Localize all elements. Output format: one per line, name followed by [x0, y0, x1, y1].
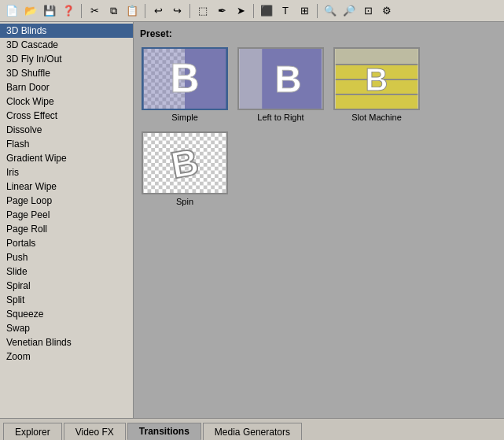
preset-label-spin: Spin — [176, 197, 193, 206]
preset-item-slot-machine[interactable]: B Slot Machine — [332, 46, 421, 124]
preset-item-left-to-right[interactable]: B Left to Right — [236, 46, 326, 124]
sidebar-item-push[interactable]: Push — [0, 250, 133, 264]
zoom-in-icon[interactable]: 🔍 — [322, 2, 339, 20]
sidebar-item-squeeze[interactable]: Squeeze — [0, 307, 133, 321]
sidebar-item-3d-fly-in/out[interactable]: 3D Fly In/Out — [0, 52, 133, 66]
zoom-out-icon[interactable]: 🔎 — [340, 2, 358, 20]
preset-thumb-slot-machine: B — [333, 47, 420, 110]
sidebar-item-gradient-wipe[interactable]: Gradient Wipe — [0, 151, 133, 165]
paste-icon[interactable]: 📋 — [123, 2, 141, 20]
sidebar-item-page-peel[interactable]: Page Peel — [0, 208, 133, 222]
sidebar-item-swap[interactable]: Swap — [0, 321, 133, 335]
sidebar-item-cross-effect[interactable]: Cross Effect — [0, 109, 133, 123]
preset-thumb-simple: B — [142, 47, 228, 110]
sidebar-item-flash[interactable]: Flash — [0, 137, 133, 151]
tab-explorer[interactable]: Explorer — [3, 423, 62, 440]
select-icon[interactable]: ⬛ — [258, 2, 275, 20]
sidebar-item-3d-blinds[interactable]: 3D Blinds — [0, 24, 133, 38]
new-icon[interactable]: 📄 — [3, 2, 20, 20]
sidebar-item-barn-door[interactable]: Barn Door — [0, 80, 133, 94]
preset-label-simple: Simple — [171, 113, 198, 122]
svg-text:B: B — [274, 58, 301, 100]
copy-icon[interactable]: ⧉ — [105, 2, 122, 20]
save-icon[interactable]: 💾 — [41, 2, 58, 20]
text-icon[interactable]: T — [277, 2, 294, 20]
svg-text:B: B — [170, 56, 199, 101]
sep2 — [145, 4, 145, 18]
preset-item-simple[interactable]: B Simple — [140, 46, 230, 124]
sidebar-item-page-roll[interactable]: Page Roll — [0, 222, 133, 236]
toolbar: 📄 📂 💾 ❓ ✂ ⧉ 📋 ↩ ↪ ⬚ ✒ ➤ ⬛ T ⊞ 🔍 🔎 ⊡ ⚙ — [0, 0, 504, 22]
pen-icon[interactable]: ✒ — [213, 2, 230, 20]
settings-icon[interactable]: ⚙ — [378, 2, 395, 20]
sidebar-item-linear-wipe[interactable]: Linear Wipe — [0, 179, 133, 194]
preset-label: Preset: — [140, 28, 498, 39]
sidebar-item-iris[interactable]: Iris — [0, 165, 133, 179]
cut-icon[interactable]: ✂ — [86, 2, 103, 20]
sidebar-item-spiral[interactable]: Spiral — [0, 279, 133, 293]
svg-text:B: B — [366, 62, 388, 97]
svg-rect-11 — [336, 49, 418, 64]
help-icon[interactable]: ❓ — [60, 2, 77, 20]
crop-icon[interactable]: ⊡ — [359, 2, 377, 20]
sidebar-item-page-loop[interactable]: Page Loop — [0, 194, 133, 208]
sidebar-item-clock-wipe[interactable]: Clock Wipe — [0, 94, 133, 109]
sidebar-item-3d-cascade[interactable]: 3D Cascade — [0, 38, 133, 52]
preset-thumb-spin: B — [142, 131, 228, 194]
preset-label-slot-machine: Slot Machine — [351, 113, 402, 122]
sep4 — [253, 4, 254, 18]
transform-icon[interactable]: ⊞ — [296, 2, 313, 20]
sidebar-item-slide[interactable]: Slide — [0, 264, 133, 279]
sidebar-item-venetian-blinds[interactable]: Venetian Blinds — [0, 335, 133, 349]
sidebar-item-3d-shuffle[interactable]: 3D Shuffle — [0, 66, 133, 80]
preset-thumb-left-to-right: B — [237, 47, 324, 110]
sidebar-item-zoom[interactable]: Zoom — [0, 349, 133, 364]
arrow-icon[interactable]: ➤ — [232, 2, 249, 20]
sep1 — [81, 4, 82, 18]
tab-media-generators[interactable]: Media Generators — [203, 423, 302, 440]
redo-icon[interactable]: ↪ — [168, 2, 186, 20]
tab-transitions[interactable]: Transitions — [127, 423, 201, 440]
preset-item-spin[interactable]: B Spin — [140, 130, 230, 208]
sidebar-item-dissolve[interactable]: Dissolve — [0, 123, 133, 137]
sep3 — [189, 4, 190, 18]
main-area: 3D Blinds3D Cascade3D Fly In/Out3D Shuff… — [0, 22, 504, 418]
svg-rect-8 — [240, 49, 263, 109]
preset-grid: B Simple B Left to Right B Slot Machine … — [140, 46, 498, 208]
sidebar-item-portals[interactable]: Portals — [0, 236, 133, 250]
sidebar-item-split[interactable]: Split — [0, 293, 133, 307]
content-area: Preset: B Simple B Left to Right B Slot — [134, 22, 504, 418]
tab-video-fx[interactable]: Video FX — [64, 423, 126, 440]
bottom-tabs: ExplorerVideo FXTransitionsMedia Generat… — [0, 418, 504, 440]
cursor-icon[interactable]: ⬚ — [194, 2, 212, 20]
undo-icon[interactable]: ↩ — [149, 2, 167, 20]
sidebar: 3D Blinds3D Cascade3D Fly In/Out3D Shuff… — [0, 22, 134, 418]
preset-label-left-to-right: Left to Right — [257, 113, 304, 122]
sep5 — [317, 4, 318, 18]
open-icon[interactable]: 📂 — [22, 2, 39, 20]
